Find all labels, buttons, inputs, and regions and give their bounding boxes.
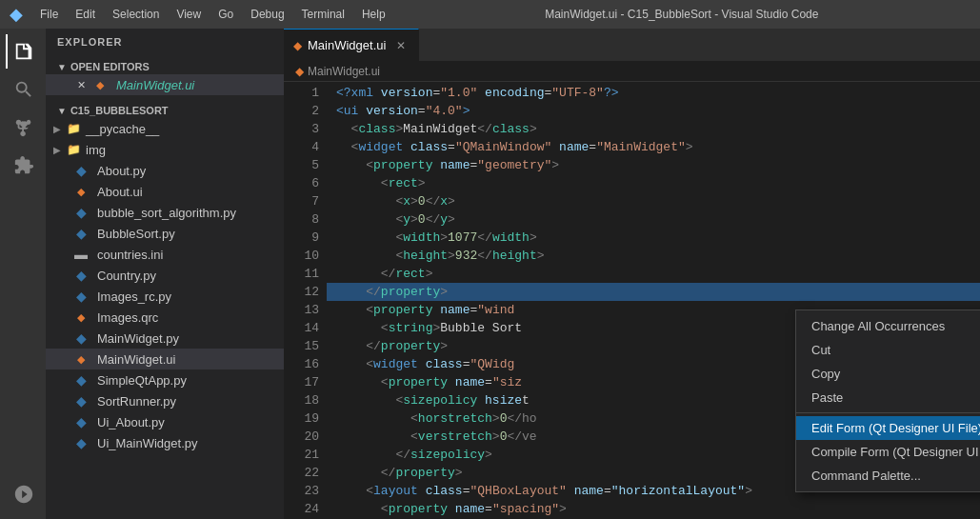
folder-icon: 📁 (65, 120, 82, 137)
breadcrumb: ◆ MainWidget.ui (284, 62, 980, 82)
py-file-icon: ◆ (72, 267, 90, 284)
tree-item-aboutui[interactable]: ◆ About.ui (46, 181, 284, 202)
tree-item-label: Images_rc.py (97, 289, 171, 304)
py-file-icon: ◆ (72, 225, 90, 242)
code-line-4: <widget class="QMainWindow" name="MainWi… (327, 138, 980, 156)
breadcrumb-filename: MainWidget.ui (308, 65, 380, 78)
editor-area: ◆ MainWidget.ui ✕ ◆ MainWidget.ui 12345 … (284, 29, 980, 519)
tree-item-bubble-sort-alg[interactable]: ◆ bubble_sort_algorithm.py (46, 202, 284, 223)
open-editors-label: OPEN EDITORS (70, 61, 150, 72)
open-editors-arrow: ▼ (57, 62, 67, 72)
py-file-icon: ◆ (72, 371, 90, 389)
tree-item-mainwidgetui[interactable]: ◆ MainWidget.ui (46, 349, 284, 369)
tree-item-bubblesort[interactable]: ◆ BubbleSort.py (46, 223, 284, 244)
open-editor-mainwidget-ui[interactable]: ✕ ◆ MainWidget.ui (46, 74, 284, 95)
tree-item-label: About.ui (97, 185, 143, 199)
xml-file-icon: ◆ (72, 350, 90, 368)
project-section: ▼ C15_BUBBLESORT ▶ 📁 __pycache__ ▶ 📁 img… (46, 99, 284, 457)
main-layout: EXPLORER ▼ OPEN EDITORS ✕ ◆ MainWidget.u… (0, 29, 980, 519)
context-menu: Change All Occurrences Ctrl+F2 Cut Ctrl+… (795, 309, 980, 492)
tree-item-simpleqtapp[interactable]: ◆ SimpleQtApp.py (46, 369, 284, 390)
tree-item-label: Ui_MainWidget.py (97, 436, 198, 450)
folder-arrow: ▶ (53, 124, 61, 134)
search-icon[interactable] (6, 72, 40, 107)
window-title: MainWidget.ui - C15_BubbleSort - Visual … (393, 8, 970, 21)
tree-item-countries-ini[interactable]: ▬ countries.ini (46, 244, 284, 265)
project-arrow: ▼ (57, 106, 67, 116)
menu-go[interactable]: Go (210, 6, 241, 23)
py-file-icon: ◆ (72, 329, 90, 347)
open-editors-section: ▼ OPEN EDITORS ✕ ◆ MainWidget.ui (46, 55, 284, 99)
context-menu-label: Copy (811, 367, 840, 381)
tree-item-pycache[interactable]: ▶ 📁 __pycache__ (46, 118, 284, 139)
tree-item-label: countries.ini (97, 248, 163, 262)
context-menu-edit-form[interactable]: Edit Form (Qt Designer UI File) (796, 416, 980, 440)
source-control-icon[interactable] (6, 110, 40, 145)
code-line-2: <ui version="4.0"> (327, 102, 980, 120)
line-numbers: 12345 678910 1112131415 1617181920 21222… (284, 82, 327, 519)
context-menu-label: Cut (811, 343, 830, 357)
editor-tabs: ◆ MainWidget.ui ✕ (284, 29, 980, 62)
tree-item-label: __pycache__ (86, 122, 159, 136)
explorer-icon[interactable] (6, 34, 40, 69)
xml-file-icon: ◆ (72, 309, 90, 326)
folder-icon: 📁 (65, 141, 82, 158)
tree-item-mainwidgetpy[interactable]: ◆ MainWidget.py (46, 328, 284, 349)
tab-xml-icon: ◆ (293, 39, 302, 52)
tree-item-countrypy[interactable]: ◆ Country.py (46, 265, 284, 286)
context-menu-paste[interactable]: Paste Ctrl+V (796, 386, 980, 409)
tree-item-label: MainWidget.ui (97, 352, 175, 367)
tree-item-ui-mainwidget[interactable]: ◆ Ui_MainWidget.py (46, 432, 284, 453)
context-menu-command-palette[interactable]: Command Palette... Ctrl+Shift+P (796, 464, 980, 488)
activity-bar (0, 29, 46, 519)
close-icon[interactable]: ✕ (72, 76, 90, 93)
ini-file-icon: ▬ (72, 246, 90, 263)
vscode-icon: ◆ (10, 4, 23, 25)
tree-item-img[interactable]: ▶ 📁 img (46, 139, 284, 160)
menu-edit[interactable]: Edit (68, 6, 103, 23)
titlebar: ◆ File Edit Selection View Go Debug Term… (0, 0, 980, 29)
tab-close-button[interactable]: ✕ (393, 38, 409, 53)
tree-item-label: Images.qrc (97, 310, 158, 325)
tree-item-label: SortRunner.py (97, 394, 176, 409)
tree-item-aboutpy[interactable]: ◆ About.py (46, 160, 284, 181)
tree-item-imagesqrc[interactable]: ◆ Images.qrc (46, 307, 284, 328)
tab-mainwidget-ui[interactable]: ◆ MainWidget.ui ✕ (284, 29, 419, 61)
breadcrumb-xml-icon: ◆ (295, 65, 304, 78)
context-menu-copy[interactable]: Copy Ctrl+C (796, 362, 980, 386)
context-menu-cut[interactable]: Cut Ctrl+X (796, 338, 980, 362)
extensions-icon[interactable] (6, 149, 40, 183)
context-menu-compile-form[interactable]: Compile Form (Qt Designer UI File) into … (796, 440, 980, 464)
context-menu-label: Command Palette... (811, 469, 921, 483)
menu-terminal[interactable]: Terminal (294, 6, 352, 23)
tree-item-sortrunner[interactable]: ◆ SortRunner.py (46, 390, 284, 411)
context-menu-label: Paste (811, 390, 843, 405)
tree-item-label: bubble_sort_algorithm.py (97, 206, 236, 220)
tree-item-label: Ui_About.py (97, 415, 165, 429)
code-line-5: <property name="geometry"> (327, 156, 980, 174)
menu-view[interactable]: View (169, 6, 209, 23)
context-menu-change-all[interactable]: Change All Occurrences Ctrl+F2 (796, 314, 980, 338)
xml-file-icon: ◆ (72, 183, 90, 200)
project-header[interactable]: ▼ C15_BUBBLESORT (46, 103, 284, 118)
code-line-12: </property> (327, 283, 980, 301)
py-file-icon: ◆ (72, 288, 90, 305)
tree-item-imagesrcpy[interactable]: ◆ Images_rc.py (46, 286, 284, 307)
py-file-icon: ◆ (72, 413, 90, 430)
menu-help[interactable]: Help (354, 6, 393, 23)
context-menu-separator (796, 412, 980, 413)
code-line-9: <width>1077</width> (327, 229, 980, 247)
sidebar-header: EXPLORER (46, 29, 284, 55)
project-label: C15_BUBBLESORT (70, 105, 169, 116)
debug-icon[interactable] (6, 477, 40, 511)
menu-selection[interactable]: Selection (105, 6, 167, 23)
tree-item-label: BubbleSort.py (97, 227, 175, 241)
menu-file[interactable]: File (32, 6, 66, 23)
tree-item-ui-about[interactable]: ◆ Ui_About.py (46, 411, 284, 432)
tree-item-label: SimpleQtApp.py (97, 373, 187, 388)
menu-debug[interactable]: Debug (243, 6, 291, 23)
code-line-10: <height>932</height> (327, 247, 980, 265)
code-line-7: <x>0</x> (327, 192, 980, 210)
open-editors-header[interactable]: ▼ OPEN EDITORS (46, 59, 284, 74)
tree-item-label: MainWidget.py (97, 331, 179, 346)
